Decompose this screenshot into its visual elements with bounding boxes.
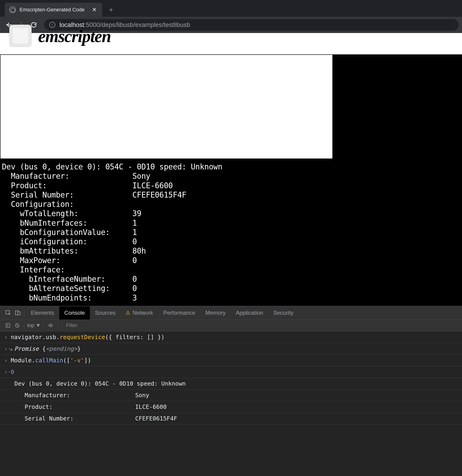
- separator: [58, 322, 58, 329]
- close-icon[interactable]: ✕: [91, 7, 98, 13]
- page-header: emscripten: [0, 33, 462, 54]
- console-log-row[interactable]: Serial Number:CFEFE0615F4F: [0, 413, 462, 425]
- log-value: CFEFE0615F4F: [135, 415, 177, 422]
- devtools-tab-network[interactable]: Network: [121, 306, 158, 320]
- canvas-row: [0, 54, 462, 159]
- devtools-tab-security[interactable]: Security: [268, 306, 299, 320]
- console-code: 0: [11, 369, 14, 375]
- clear-console-button[interactable]: [13, 321, 21, 330]
- log-value: ILCE-6600: [135, 403, 166, 410]
- console-sidebar-toggle[interactable]: [4, 321, 12, 330]
- new-tab-button[interactable]: ＋: [106, 5, 116, 14]
- devtools-tabs: ElementsConsoleSourcesNetworkPerformance…: [0, 306, 462, 320]
- devtools-panel: ElementsConsoleSourcesNetworkPerformance…: [0, 306, 462, 476]
- output-arrow-icon: ‹·: [4, 369, 11, 375]
- console-log-table: Dev (bus 0, device 0): 054C - 0D10 speed…: [0, 378, 462, 425]
- sidebar-icon: [5, 323, 10, 328]
- url-path: /deps/libusb/examples/testlibusb: [100, 21, 190, 28]
- separator: [24, 322, 25, 329]
- console-code: Module.callMain(['-v']): [11, 357, 91, 364]
- devtools-tab-console[interactable]: Console: [59, 306, 90, 320]
- console-toolbar: top ▼: [0, 320, 462, 332]
- live-expression-button[interactable]: [46, 321, 55, 330]
- terminal-output[interactable]: Dev (bus 0, device 0): 054C - 0D10 speed…: [0, 159, 462, 306]
- devtools-tab-elements[interactable]: Elements: [26, 306, 59, 320]
- devtools-tab-sources[interactable]: Sources: [90, 306, 121, 320]
- context-selector[interactable]: top ▼: [27, 322, 41, 328]
- canvas-white-area[interactable]: [0, 55, 332, 159]
- console-code: navigator.usb.requestDevice({ filters: […: [11, 334, 165, 340]
- console-body[interactable]: ›navigator.usb.requestDevice({ filters: …: [0, 332, 462, 476]
- console-output-line[interactable]: ‹·0: [0, 366, 462, 378]
- expand-triangle-icon[interactable]: ▶: [11, 347, 13, 352]
- console-log-row[interactable]: Product:ILCE-6600: [0, 401, 462, 413]
- emscripten-logo-icon: [9, 25, 32, 47]
- separator: [24, 309, 25, 316]
- context-label: top: [27, 322, 34, 328]
- console-log-row[interactable]: Manufacturer:Sony: [0, 390, 462, 401]
- globe-icon: [9, 7, 16, 13]
- svg-point-5: [50, 325, 52, 326]
- svg-rect-2: [18, 312, 20, 315]
- log-value: Sony: [135, 392, 149, 399]
- inspect-element-button[interactable]: [3, 308, 13, 318]
- inspect-icon: [5, 310, 11, 316]
- canvas-black-area[interactable]: [332, 55, 462, 159]
- browser-tab-strip: Emscripten-Generated Code ✕ ＋: [0, 0, 462, 17]
- devices-icon: [15, 310, 21, 316]
- console-code: ▶Promise {<pending>}: [11, 345, 81, 352]
- tab-title: Emscripten-Generated Code: [19, 7, 87, 13]
- devtools-tab-performance[interactable]: Performance: [158, 306, 200, 320]
- emscripten-logo-text: emscripten: [38, 26, 111, 46]
- page-content: emscripten Dev (bus 0, device 0): 054C -…: [0, 33, 462, 306]
- log-text: Dev (bus 0, device 0): 054C - 0D10 speed…: [14, 380, 186, 387]
- eye-icon: [48, 323, 53, 328]
- browser-tab[interactable]: Emscripten-Generated Code ✕: [5, 3, 102, 17]
- output-arrow-icon: ‹·: [4, 345, 11, 352]
- console-output-line[interactable]: ‹·▶Promise {<pending>}: [0, 343, 462, 355]
- input-arrow-icon: ›: [4, 334, 11, 340]
- log-key: Manufacturer:: [14, 392, 135, 399]
- separator: [43, 322, 44, 329]
- log-key: Serial Number:: [14, 415, 135, 422]
- devtools-tab-application[interactable]: Application: [231, 306, 268, 320]
- clear-icon: [15, 323, 20, 328]
- console-input-line[interactable]: ›navigator.usb.requestDevice({ filters: …: [0, 332, 462, 343]
- input-arrow-icon: ›: [4, 357, 11, 364]
- console-log-row[interactable]: Dev (bus 0, device 0): 054C - 0D10 speed…: [0, 378, 462, 390]
- devtools-tab-memory[interactable]: Memory: [200, 306, 231, 320]
- console-input-line[interactable]: ›Module.callMain(['-v']): [0, 355, 462, 366]
- device-toggle-button[interactable]: [13, 308, 23, 318]
- chevron-down-icon: ▼: [36, 322, 41, 328]
- console-filter-input[interactable]: [63, 321, 118, 330]
- log-key: Product:: [14, 403, 135, 410]
